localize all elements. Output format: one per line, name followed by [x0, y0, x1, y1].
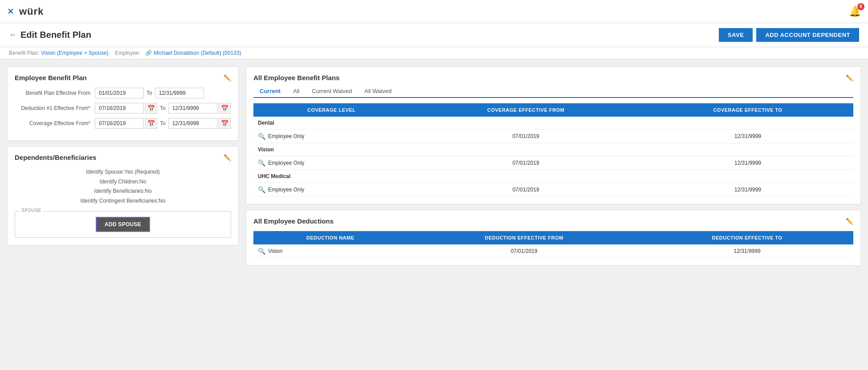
table-row: 🔍 Employee Only 07/01/2019 12/31/9999 [253, 183, 853, 197]
card-header: Employee Benefit Plan ✏️ [15, 74, 231, 81]
dep-card-header: Dependents/Beneficiaries ✏️ [15, 154, 231, 161]
coverage-to-input[interactable] [168, 118, 217, 129]
to-label-3: To [160, 120, 166, 126]
tab-all[interactable]: All [287, 85, 306, 98]
sub-header-buttons: SAVE ADD ACCOUNT DEPENDENT [719, 28, 859, 42]
top-bar: ✕ würk 🔔 8 [0, 0, 868, 23]
deduction-to-input[interactable] [168, 103, 217, 114]
plan-value[interactable]: Vision (Employee + Spouse) [41, 50, 109, 56]
add-dependent-button[interactable]: ADD ACCOUNT DEPENDENT [756, 28, 859, 42]
coverage-effective-label: Coverage Effective From* [15, 120, 95, 126]
deduction-name: Vision [268, 248, 282, 254]
col-deduction-to: DEDUCTION EFFECTIVE TO [641, 231, 853, 244]
vision-effective-from: 07/01/2019 [409, 156, 642, 170]
identify-children: Identify Children:No [15, 177, 231, 187]
vision-coverage-level-cell: 🔍 Employee Only [253, 156, 409, 170]
col-deduction-from: DEDUCTION EFFECTIVE FROM [407, 231, 641, 244]
to-label-2: To [160, 105, 166, 111]
tab-current[interactable]: Current [253, 85, 287, 98]
coverage-effective-row: Coverage Effective From* 📅 To 📅 [15, 118, 231, 129]
employee-link-icon: 🔗 [145, 50, 152, 56]
deductions-table: DEDUCTION NAME DEDUCTION EFFECTIVE FROM … [253, 231, 853, 258]
sub-header-left: ← Edit Benefit Plan [9, 30, 91, 40]
uhc-effective-to: 12/31/9999 [642, 183, 853, 197]
dental-coverage-level-cell: 🔍 Employee Only [253, 130, 409, 143]
coverage-from-cal-icon[interactable]: 📅 [145, 118, 157, 129]
benefit-effective-row: Benefit Plan Effective From To [15, 88, 231, 98]
section-dental: Dental [253, 117, 853, 130]
back-button[interactable]: ← [9, 30, 17, 40]
benefit-effective-label: Benefit Plan Effective From [15, 90, 95, 96]
col-coverage-from: COVERAGE EFFECTIVE FROM [409, 103, 642, 117]
section-vision: Vision [253, 143, 853, 156]
deductions-header: All Employee Deductions ✏️ [253, 217, 853, 225]
deduction-from-cal-icon[interactable]: 📅 [145, 103, 157, 114]
identify-beneficiaries: Identify Beneficiaries:No [15, 187, 231, 196]
dependents-card: Dependents/Beneficiaries ✏️ Identify Spo… [7, 146, 239, 245]
deduction-effective-to: 12/31/9999 [641, 244, 853, 258]
dental-search-icon[interactable]: 🔍 [258, 133, 265, 140]
notification-badge: 8 [857, 3, 864, 10]
col-coverage-level: COVERAGE LEVEL [253, 103, 409, 117]
sub-header: ← Edit Benefit Plan SAVE ADD ACCOUNT DEP… [0, 23, 868, 47]
uhc-coverage-level-cell: 🔍 Employee Only [253, 183, 409, 197]
notification-area[interactable]: 🔔 8 [849, 6, 861, 17]
plan-label: Benefit Plan: [9, 50, 39, 56]
deduction-to-cal-icon[interactable]: 📅 [219, 103, 231, 114]
benefit-plans-edit-icon[interactable]: ✏️ [846, 74, 853, 81]
to-label-1: To [147, 90, 152, 96]
benefit-plans-title: All Employee Benefit Plans [253, 74, 339, 81]
table-row: 🔍 Vision 07/01/2019 12/31/9999 [253, 244, 853, 258]
deduction-search-icon[interactable]: 🔍 [258, 248, 265, 255]
close-button[interactable]: ✕ [7, 7, 14, 16]
tab-current-waived[interactable]: Current Waived [306, 85, 358, 98]
top-bar-left: ✕ würk [7, 6, 44, 17]
deduction-name-cell: 🔍 Vision [253, 244, 407, 258]
save-button[interactable]: SAVE [719, 28, 753, 42]
dep-info: Identify Spouse:Yes (Required) Identify … [15, 167, 231, 206]
uhc-search-icon[interactable]: 🔍 [258, 186, 265, 193]
dep-edit-icon[interactable]: ✏️ [224, 154, 231, 161]
breadcrumb: Benefit Plan: Vision (Employee + Spouse)… [0, 47, 868, 59]
logo: würk [19, 6, 44, 17]
deduction-effective-label: Deduction #1 Effective From* [15, 105, 95, 111]
benefit-plans-header: All Employee Benefit Plans ✏️ [253, 74, 853, 81]
dep-card-title: Dependents/Beneficiaries [15, 154, 96, 161]
tab-all-waived[interactable]: All Waived [358, 85, 398, 98]
add-spouse-button[interactable]: ADD SPOUSE [96, 217, 150, 232]
benefit-effective-to-input[interactable] [155, 88, 204, 98]
section-dental-label: Dental [253, 117, 853, 130]
table-row: 🔍 Employee Only 07/01/2019 12/31/9999 [253, 156, 853, 170]
table-row: 🔍 Employee Only 07/01/2019 12/31/9999 [253, 130, 853, 143]
card-title: Employee Benefit Plan [15, 74, 87, 81]
employee-value[interactable]: Michael Donaldson (Default) (00133) [154, 50, 241, 56]
employee-label: Employee: [115, 50, 140, 56]
identify-spouse: Identify Spouse:Yes (Required) [15, 167, 231, 177]
col-deduction-name: DEDUCTION NAME [253, 231, 407, 244]
coverage-from-input[interactable] [95, 118, 144, 129]
vision-coverage-level: Employee Only [268, 160, 304, 166]
col-coverage-to: COVERAGE EFFECTIVE TO [642, 103, 853, 117]
vision-search-icon[interactable]: 🔍 [258, 159, 265, 167]
deductions-title: All Employee Deductions [253, 217, 334, 225]
deduction-effective-row: Deduction #1 Effective From* 📅 To 📅 [15, 103, 231, 114]
edit-icon[interactable]: ✏️ [224, 74, 231, 81]
deduction-from-input[interactable] [95, 103, 144, 114]
benefit-plans-tabs: Current All Current Waived All Waived [253, 85, 853, 98]
all-deductions-card: All Employee Deductions ✏️ DEDUCTION NAM… [246, 210, 861, 266]
uhc-coverage-level: Employee Only [268, 187, 304, 193]
spouse-section: SPOUSE ADD SPOUSE [15, 211, 231, 238]
benefit-effective-from-input[interactable] [95, 88, 144, 98]
section-uhc-label: UHC Medical [253, 170, 853, 183]
deductions-edit-icon[interactable]: ✏️ [846, 218, 853, 225]
right-panel: All Employee Benefit Plans ✏️ Current Al… [246, 66, 861, 361]
section-vision-label: Vision [253, 143, 853, 156]
identify-contingent: Identify Contingent Beneficiaries:No [15, 196, 231, 206]
section-uhc: UHC Medical [253, 170, 853, 183]
left-panel: Employee Benefit Plan ✏️ Benefit Plan Ef… [7, 66, 239, 361]
dental-effective-to: 12/31/9999 [642, 130, 853, 143]
uhc-effective-from: 07/01/2019 [409, 183, 642, 197]
coverage-to-cal-icon[interactable]: 📅 [219, 118, 231, 129]
dental-coverage-level: Employee Only [268, 133, 304, 139]
main-content: Employee Benefit Plan ✏️ Benefit Plan Ef… [0, 59, 868, 368]
